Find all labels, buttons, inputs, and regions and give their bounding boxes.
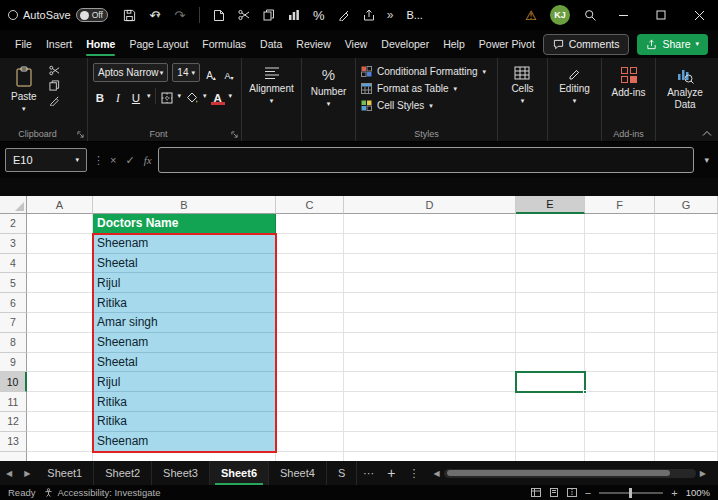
row-header-13[interactable]: 13 <box>0 432 27 452</box>
editing-button[interactable]: Editing ▾ <box>553 63 596 108</box>
minimize-button[interactable] <box>604 0 642 30</box>
scroll-left-arrow[interactable]: ◀ <box>429 469 443 478</box>
cell-F2[interactable] <box>585 214 655 234</box>
fill-color-button[interactable] <box>185 87 199 104</box>
cell-G10[interactable] <box>655 372 718 392</box>
row-header-3[interactable]: 3 <box>0 234 27 254</box>
decrease-font-button[interactable]: A▾ <box>222 64 236 81</box>
cell-D9[interactable] <box>344 353 516 373</box>
new-sheet-button[interactable]: + <box>380 465 402 481</box>
cell-C6[interactable] <box>276 293 344 313</box>
cell-G4[interactable] <box>655 254 718 274</box>
borders-button[interactable] <box>160 87 174 104</box>
clipboard-dialog-launcher[interactable] <box>77 131 84 138</box>
cell-E14[interactable] <box>516 452 585 461</box>
cell-E11[interactable] <box>516 392 585 412</box>
menu-item-review[interactable]: Review <box>289 30 337 58</box>
normal-view-button[interactable] <box>531 488 541 497</box>
share-button[interactable]: Share ▾ <box>637 34 708 55</box>
row-header-7[interactable]: 7 <box>0 313 27 333</box>
cell-D6[interactable] <box>344 293 516 313</box>
font-color-button[interactable]: A <box>211 87 225 104</box>
chart-icon[interactable] <box>283 3 305 27</box>
row-header-12[interactable]: 12 <box>0 412 27 432</box>
formula-input[interactable] <box>158 147 695 173</box>
insert-function-button[interactable]: fx <box>144 154 152 166</box>
warning-icon[interactable]: ⚠ <box>518 8 544 23</box>
cell-D11[interactable] <box>344 392 516 412</box>
cell-C14[interactable] <box>276 452 344 461</box>
sheet-tab-s[interactable]: S <box>327 461 357 485</box>
cancel-button[interactable]: × <box>110 154 116 166</box>
search-icon[interactable] <box>576 3 604 27</box>
cell-F10[interactable] <box>585 372 655 392</box>
format-as-table-button[interactable]: Format as Table ▾ <box>361 80 492 97</box>
menu-item-home[interactable]: Home <box>79 30 122 58</box>
chevron-down-icon[interactable]: ▾ <box>147 92 151 100</box>
menu-item-power-pivot[interactable]: Power Pivot <box>472 30 542 58</box>
export-icon[interactable] <box>358 3 380 27</box>
cell-E7[interactable] <box>516 313 585 333</box>
cell-F11[interactable] <box>585 392 655 412</box>
cell-A5[interactable] <box>27 273 93 293</box>
cell-A7[interactable] <box>27 313 93 333</box>
cell-E4[interactable] <box>516 254 585 274</box>
cell-B9[interactable]: Sheetal <box>93 353 276 373</box>
cell-C3[interactable] <box>276 234 344 254</box>
cut-button[interactable] <box>49 65 60 76</box>
cell-B2[interactable]: Doctors Name <box>93 214 276 234</box>
cell-D8[interactable] <box>344 333 516 353</box>
menu-item-page-layout[interactable]: Page Layout <box>122 30 195 58</box>
cell-E13[interactable] <box>516 432 585 452</box>
cut-icon[interactable] <box>233 3 255 27</box>
cell-F5[interactable] <box>585 273 655 293</box>
column-header-B[interactable]: B <box>93 196 276 214</box>
copy-button[interactable] <box>49 80 60 91</box>
cell-C13[interactable] <box>276 432 344 452</box>
row-header-4[interactable]: 4 <box>0 254 27 274</box>
row-header-partial[interactable] <box>0 452 27 461</box>
collapse-ribbon-button[interactable] <box>702 130 712 137</box>
cell-C7[interactable] <box>276 313 344 333</box>
close-button[interactable] <box>680 0 718 30</box>
page-layout-view-button[interactable] <box>549 488 559 497</box>
cell-A14[interactable] <box>27 452 93 461</box>
autosave-switch[interactable]: Off <box>76 8 108 22</box>
menu-item-view[interactable]: View <box>338 30 375 58</box>
autosave-toggle[interactable]: AutoSave Off <box>8 8 108 22</box>
percent-style-icon[interactable]: % <box>308 3 330 27</box>
cell-D13[interactable] <box>344 432 516 452</box>
more-sheets-icon[interactable]: ⋯ <box>357 467 380 480</box>
cell-E12[interactable] <box>516 412 585 432</box>
cell-E10[interactable] <box>516 372 585 392</box>
toolbar-overflow-chevron[interactable]: » <box>383 8 398 22</box>
cell-D2[interactable] <box>344 214 516 234</box>
cell-E3[interactable] <box>516 234 585 254</box>
cell-C9[interactable] <box>276 353 344 373</box>
cell-G9[interactable] <box>655 353 718 373</box>
font-size-combo[interactable]: 14▾ <box>172 63 200 82</box>
bold-button[interactable]: B <box>93 87 107 104</box>
scroll-right-arrow[interactable]: ▶ <box>696 469 710 478</box>
menu-item-data[interactable]: Data <box>253 30 289 58</box>
row-header-10[interactable]: 10 <box>0 372 27 392</box>
row-header-8[interactable]: 8 <box>0 333 27 353</box>
cell-D4[interactable] <box>344 254 516 274</box>
cell-E6[interactable] <box>516 293 585 313</box>
cell-G6[interactable] <box>655 293 718 313</box>
cell-F13[interactable] <box>585 432 655 452</box>
paste-button[interactable]: Paste ▾ <box>5 63 43 116</box>
zoom-slider[interactable] <box>599 492 663 494</box>
cell-C10[interactable] <box>276 372 344 392</box>
font-dialog-launcher[interactable] <box>231 131 238 138</box>
undo-button[interactable]: ↶▾ <box>144 3 166 27</box>
format-painter-icon[interactable] <box>333 3 355 27</box>
cell-B3[interactable]: Sheenam <box>93 234 276 254</box>
alignment-button[interactable]: Alignment ▾ <box>243 63 299 108</box>
cell-F3[interactable] <box>585 234 655 254</box>
sheet-tab-sheet1[interactable]: Sheet1 <box>36 461 94 485</box>
menu-item-help[interactable]: Help <box>436 30 472 58</box>
cell-D3[interactable] <box>344 234 516 254</box>
zoom-level[interactable]: 100% <box>686 487 710 498</box>
zoom-in-button[interactable]: + <box>671 487 677 499</box>
